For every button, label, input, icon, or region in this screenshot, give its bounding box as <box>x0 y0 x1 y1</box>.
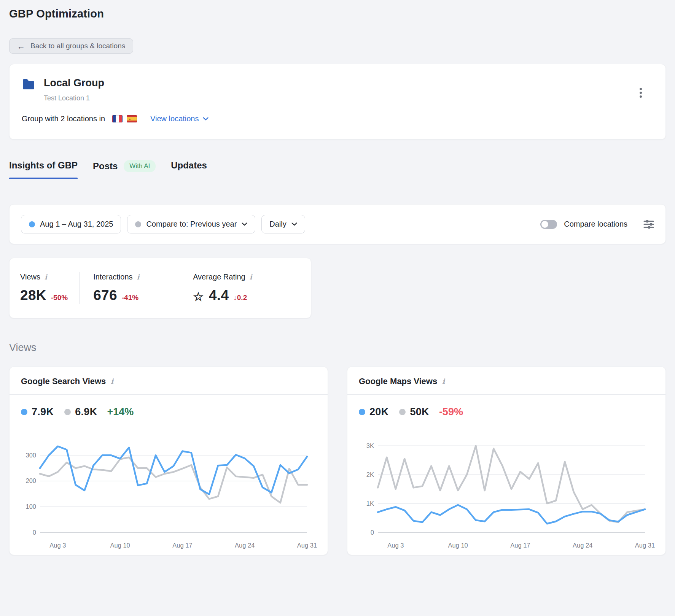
google-search-views-card: Google Search Views i 7.9K 6.9K +14% 010… <box>9 367 328 555</box>
change-percent: -59% <box>439 406 463 418</box>
gbp-optimization-page: GBP Optimization ← Back to all groups & … <box>0 0 675 563</box>
tab-label: Updates <box>171 160 207 171</box>
svg-text:Aug 17: Aug 17 <box>510 542 530 549</box>
previous-total: 50K <box>410 406 429 418</box>
tab-label: Insights of GBP <box>9 160 78 171</box>
stat-value: 4.4 <box>209 287 229 303</box>
google-maps-views-card: Google Maps Views i 20K 50K -59% 01K2K3K… <box>347 367 666 555</box>
stat-value: 28K <box>20 287 46 303</box>
tab-insights-of-gbp[interactable]: Insights of GBP <box>9 160 78 178</box>
svg-text:Aug 3: Aug 3 <box>49 542 66 549</box>
group-subtitle: Test Location 1 <box>44 94 104 102</box>
svg-text:Aug 24: Aug 24 <box>235 542 255 549</box>
france-flag-icon <box>112 115 123 122</box>
current-series-dot-icon <box>21 409 27 415</box>
chart-legend: 20K 50K -59% <box>347 395 665 418</box>
current-total: 20K <box>369 406 388 418</box>
date-range-value: Aug 1 – Aug 31, 2025 <box>40 220 113 229</box>
compare-locations-toggle[interactable] <box>540 220 557 229</box>
folder-icon <box>22 79 35 102</box>
chart-title: Google Maps Views <box>359 376 437 386</box>
previous-total: 6.9K <box>75 406 97 418</box>
tab-label: Posts <box>93 161 118 171</box>
tab-posts[interactable]: Posts With AI <box>93 160 156 180</box>
svg-text:Aug 31: Aug 31 <box>297 542 317 549</box>
stat-label: Views <box>20 273 40 281</box>
info-icon[interactable]: i <box>111 378 113 385</box>
group-card: Local Group Test Location 1 Group with 2… <box>9 64 666 140</box>
views-section-title: Views <box>9 342 666 354</box>
chart-title: Google Search Views <box>21 376 106 386</box>
stat-average-rating: Average Rating i ☆ 4.4 ↓0.2 <box>179 272 263 304</box>
arrow-left-icon: ← <box>17 42 25 50</box>
view-locations-label: View locations <box>150 114 199 123</box>
stat-delta: ↓0.2 <box>233 294 247 302</box>
compare-locations-label: Compare locations <box>564 220 627 229</box>
tab-updates[interactable]: Updates <box>171 160 207 178</box>
stat-label: Interactions <box>93 273 132 281</box>
previous-series-dot-icon <box>399 409 406 415</box>
svg-text:Aug 3: Aug 3 <box>387 542 404 549</box>
info-icon[interactable]: i <box>45 274 47 281</box>
stat-value: 676 <box>93 287 117 303</box>
stat-interactions: Interactions i 676 -41% <box>79 272 179 304</box>
date-range-button[interactable]: Aug 1 – Aug 31, 2025 <box>21 215 121 233</box>
granularity-dropdown[interactable]: Daily <box>261 215 305 233</box>
summary-stats-card: Views i 28K -50% Interactions i 676 -41%… <box>9 258 311 318</box>
more-options-kebab-icon[interactable] <box>638 86 643 99</box>
svg-text:0: 0 <box>371 529 374 536</box>
svg-text:0: 0 <box>33 529 36 536</box>
info-icon[interactable]: i <box>250 274 252 281</box>
page-title: GBP Optimization <box>9 0 666 20</box>
svg-text:1K: 1K <box>366 500 374 507</box>
change-percent: +14% <box>107 406 134 418</box>
current-period-dot-icon <box>29 221 35 227</box>
svg-text:Aug 10: Aug 10 <box>110 542 130 549</box>
charts-row: Google Search Views i 7.9K 6.9K +14% 010… <box>9 367 666 563</box>
svg-text:200: 200 <box>25 477 36 484</box>
svg-text:300: 300 <box>25 452 36 459</box>
filter-bar: Aug 1 – Aug 31, 2025 Compare to: Previou… <box>9 204 666 244</box>
stat-label: Average Rating <box>193 273 245 281</box>
chevron-down-icon <box>242 222 247 226</box>
stat-views: Views i 28K -50% <box>10 272 79 304</box>
compare-to-value: Compare to: Previous year <box>146 220 237 229</box>
chart-legend: 7.9K 6.9K +14% <box>10 395 328 418</box>
group-locations-text: Group with 2 locations in <box>22 114 105 123</box>
tab-bar: Insights of GBP Posts With AI Updates <box>9 160 666 180</box>
svg-text:3K: 3K <box>366 442 374 449</box>
view-locations-link[interactable]: View locations <box>150 114 208 123</box>
info-icon[interactable]: i <box>442 378 445 385</box>
stat-delta: -41% <box>122 294 139 302</box>
svg-text:Aug 10: Aug 10 <box>448 542 468 549</box>
svg-text:Aug 17: Aug 17 <box>172 542 192 549</box>
chevron-down-icon <box>291 222 297 226</box>
back-button-label: Back to all groups & locations <box>30 42 125 50</box>
spain-flag-icon <box>127 115 137 122</box>
chart-settings-sliders-icon[interactable] <box>643 219 654 229</box>
svg-text:2K: 2K <box>366 471 374 478</box>
svg-text:Aug 24: Aug 24 <box>573 542 592 549</box>
chevron-down-icon <box>203 117 209 121</box>
granularity-value: Daily <box>269 220 286 229</box>
svg-text:100: 100 <box>25 503 36 510</box>
previous-period-dot-icon <box>135 221 141 227</box>
search-views-line-chart[interactable]: 0100200300Aug 3Aug 10Aug 17Aug 24Aug 31 <box>10 418 328 555</box>
group-title: Local Group <box>44 77 104 89</box>
maps-views-line-chart[interactable]: 01K2K3KAug 3Aug 10Aug 17Aug 24Aug 31 <box>347 418 665 555</box>
back-button[interactable]: ← Back to all groups & locations <box>9 38 133 54</box>
svg-text:Aug 31: Aug 31 <box>635 542 655 549</box>
current-series-dot-icon <box>359 409 365 415</box>
compare-to-dropdown[interactable]: Compare to: Previous year <box>127 215 255 233</box>
star-icon: ☆ <box>193 291 204 303</box>
with-ai-badge: With AI <box>124 160 156 172</box>
info-icon[interactable]: i <box>137 274 140 281</box>
previous-series-dot-icon <box>64 409 71 415</box>
stat-delta: -50% <box>51 294 68 302</box>
current-total: 7.9K <box>32 406 54 418</box>
